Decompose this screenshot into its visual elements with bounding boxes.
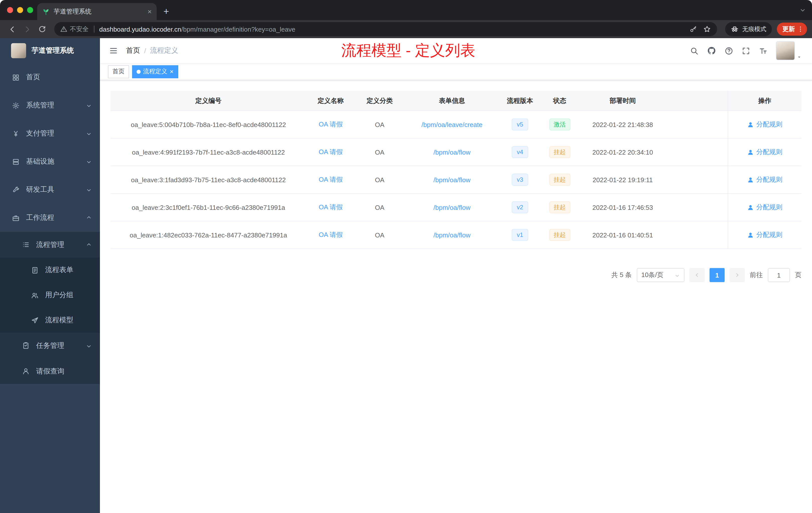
search-icon[interactable] [690, 47, 698, 55]
assign-rule-link[interactable]: 分配规则 [747, 175, 782, 184]
sidebar-item-label: 工作流程 [26, 213, 79, 222]
pagination-total: 共 5 条 [611, 271, 632, 280]
assign-rule-link[interactable]: 分配规则 [747, 120, 782, 129]
cell-deploy-time: 2022-01-22 20:34:10 [579, 139, 666, 165]
assign-rule-link[interactable]: 分配规则 [747, 231, 782, 239]
sidebar-item-payment-management[interactable]: 支付管理 [0, 119, 100, 148]
form-link[interactable]: /bpm/oa/flow [433, 231, 470, 239]
cell-definition-name: OA 请假 [306, 139, 355, 165]
cell-spacer [666, 111, 728, 138]
sidebar-item-infrastructure[interactable]: 基础设施 [0, 148, 100, 176]
form-link[interactable]: /bpm/oa/flow [433, 204, 470, 211]
cell-definition-name: OA 请假 [306, 166, 355, 193]
help-icon[interactable] [725, 47, 733, 55]
sidebar-item-leave-query[interactable]: 请假查询 [0, 358, 100, 384]
sidebar-item-label: 流程管理 [36, 240, 79, 249]
close-window-button[interactable] [7, 7, 13, 13]
definition-name-link[interactable]: OA 请假 [319, 203, 343, 212]
form-link[interactable]: /bpm/oa/flow [433, 148, 470, 156]
sidebar-item-home[interactable]: 首页 [0, 63, 100, 91]
sidebar-item-system-management[interactable]: 系统管理 [0, 91, 100, 119]
tag-home[interactable]: 首页 [108, 65, 129, 78]
browser-toolbar: 不安全 dashboard.yudao.iocoder.cn/bpm/manag… [0, 20, 812, 38]
fullscreen-icon[interactable] [742, 47, 750, 55]
incognito-icon [731, 25, 739, 33]
hamburger-icon[interactable] [104, 41, 123, 60]
cell-spacer [666, 194, 728, 221]
new-tab-button[interactable]: + [159, 4, 174, 19]
sidebar-logo[interactable]: 芋道管理系统 [0, 38, 100, 63]
chevron-up-icon [86, 241, 92, 249]
minimize-window-button[interactable] [17, 7, 23, 13]
warning-icon [60, 26, 67, 33]
next-page-button[interactable] [730, 268, 745, 282]
table-row: oa_leave:1:482ec033-762a-11ec-8477-a2380… [111, 221, 802, 249]
bookmark-star-icon[interactable] [703, 25, 711, 33]
form-link[interactable]: /bpm/oa/leave/create [422, 121, 483, 128]
definition-name-link[interactable]: OA 请假 [319, 175, 343, 184]
assign-user-icon [747, 176, 754, 183]
prev-page-button[interactable] [690, 268, 704, 282]
menu-dots-icon[interactable] [797, 26, 804, 33]
tag-label: 首页 [113, 67, 124, 76]
back-button[interactable] [5, 22, 19, 36]
assign-rule-label: 分配规则 [756, 120, 782, 129]
forward-button[interactable] [20, 22, 34, 36]
url-text: dashboard.yudao.iocoder.cn/bpm/manager/d… [99, 25, 295, 33]
window-controls[interactable] [7, 7, 33, 13]
github-icon[interactable] [707, 46, 716, 55]
status-badge: 挂起 [549, 174, 570, 186]
cell-status: 挂起 [540, 221, 579, 248]
reload-button[interactable] [35, 22, 49, 36]
sidebar-item-process-form[interactable]: 流程表单 [0, 258, 100, 282]
sidebar-item-user-group[interactable]: 用户分组 [0, 282, 100, 308]
cell-version: v2 [500, 194, 540, 221]
goto-page-input[interactable] [768, 268, 790, 282]
update-browser-button[interactable]: 更新 [777, 23, 807, 36]
breadcrumb-home[interactable]: 首页 [126, 46, 140, 55]
cell-category: OA [355, 111, 404, 138]
avatar-image [776, 41, 795, 60]
page-size-select[interactable]: 10条/页 [637, 268, 685, 282]
cell-definition-name: OA 请假 [306, 221, 355, 248]
chevron-down-icon [86, 158, 92, 165]
cell-definition-id: oa_leave:4:991f2193-7b7f-11ec-a3c8-acde4… [111, 139, 306, 165]
tags-view-bar: 首页 流程定义 × [100, 63, 812, 80]
definition-name-link[interactable]: OA 请假 [319, 120, 343, 129]
close-tag-icon[interactable]: × [170, 68, 174, 75]
definition-name-link[interactable]: OA 请假 [319, 148, 343, 157]
col-header-actions: 操作 [728, 91, 802, 111]
cell-definition-id: oa_leave:5:004b710b-7b8a-11ec-8ef0-acde4… [111, 111, 306, 138]
definition-name-link[interactable]: OA 请假 [319, 231, 343, 239]
cell-actions: 分配规则 [728, 139, 802, 165]
close-tab-icon[interactable]: × [148, 7, 152, 16]
key-icon[interactable] [690, 25, 697, 33]
assign-rule-link[interactable]: 分配规则 [747, 203, 782, 212]
sidebar-item-process-management[interactable]: 流程管理 [0, 232, 100, 258]
assign-rule-label: 分配规则 [756, 231, 782, 239]
breadcrumb-separator: / [144, 47, 146, 55]
browser-tab[interactable]: 芋道管理系统 × [37, 3, 157, 20]
assign-rule-link[interactable]: 分配规则 [747, 148, 782, 157]
sidebar-item-task-management[interactable]: 任务管理 [0, 333, 100, 358]
cell-version: v4 [500, 139, 540, 165]
version-badge: v4 [512, 146, 528, 158]
user-avatar[interactable] [776, 41, 802, 60]
goto-label: 前往 [750, 271, 763, 280]
cell-form-info: /bpm/oa/flow [404, 221, 500, 248]
browser-tab-strip: 芋道管理系统 × + [0, 0, 812, 20]
page-number-button[interactable]: 1 [709, 268, 725, 282]
sidebar-item-process-model[interactable]: 流程模型 [0, 308, 100, 333]
form-link[interactable]: /bpm/oa/flow [433, 176, 470, 183]
tab-search-chevron-icon[interactable] [800, 6, 806, 13]
sidebar-item-label: 流程模型 [45, 316, 92, 325]
zoom-window-button[interactable] [27, 7, 33, 13]
security-chip[interactable]: 不安全 [60, 25, 89, 33]
font-size-icon[interactable] [759, 47, 767, 55]
incognito-label: 无痕模式 [742, 25, 766, 33]
logo-title: 芋道管理系统 [32, 46, 74, 55]
sidebar-item-dev-tools[interactable]: 研发工具 [0, 176, 100, 204]
address-bar[interactable]: 不安全 dashboard.yudao.iocoder.cn/bpm/manag… [54, 22, 717, 36]
tag-process-definition[interactable]: 流程定义 × [132, 65, 178, 78]
sidebar-item-workflow[interactable]: 工作流程 [0, 204, 100, 232]
